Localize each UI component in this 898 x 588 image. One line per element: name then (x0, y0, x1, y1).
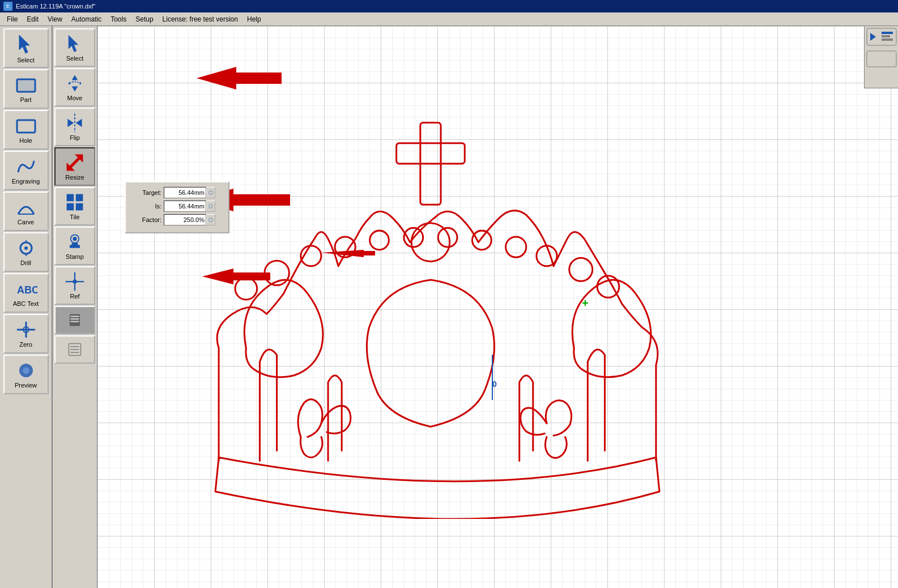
titlebar: E Estlcam 12.119A "crown.dxf" (0, 0, 898, 12)
menu-tools[interactable]: Tools (106, 14, 131, 24)
main-layout: Select Part Hole Engraving (0, 26, 898, 588)
tool-tile[interactable]: Tile (54, 187, 95, 225)
svg-marker-17 (72, 86, 78, 91)
is-input[interactable] (164, 201, 206, 212)
resize-panel: Target: ⬡ Is: ⬡ Factor: ⬡ (125, 181, 229, 233)
tool-stamp-label: Stamp (66, 253, 84, 260)
zero-icon (15, 319, 37, 340)
tile-icon (65, 192, 85, 212)
svg-point-27 (73, 237, 76, 241)
menu-license[interactable]: License: free test version (158, 14, 242, 24)
svg-point-49 (438, 228, 457, 247)
svg-rect-23 (76, 194, 83, 202)
factor-spin[interactable]: ⬡ (206, 214, 215, 225)
svg-rect-74 (867, 51, 896, 67)
app-icon: E (3, 2, 12, 11)
left-toolbar: Select Part Hole Engraving (0, 26, 52, 588)
svg-point-6 (24, 246, 28, 250)
carve-icon (15, 197, 37, 218)
list-icon (66, 341, 83, 358)
tool-flip[interactable]: Flip (54, 108, 95, 146)
text-icon: ABC (15, 279, 37, 299)
svg-rect-24 (67, 203, 74, 211)
tool-select2[interactable]: Select (54, 28, 95, 67)
tool-move-label: Move (67, 95, 83, 101)
top-right-icons: ? (865, 26, 898, 88)
crown-drawing (126, 54, 749, 519)
stamp-icon (65, 232, 85, 252)
tool-drill[interactable]: Drill (3, 232, 49, 272)
target-input[interactable] (164, 187, 206, 198)
factor-input[interactable] (164, 214, 206, 225)
target-label: Target: (130, 189, 161, 196)
ref-icon (65, 271, 85, 292)
canvas-area[interactable]: + 0 (97, 26, 898, 588)
tool-engraving-label: Engraving (12, 178, 40, 185)
tool-select[interactable]: Select (3, 28, 49, 68)
resize-icon (65, 152, 85, 173)
select2-icon (65, 33, 85, 54)
tool-move[interactable]: Move (54, 68, 95, 106)
svg-point-14 (23, 367, 29, 374)
tool-list[interactable] (54, 335, 95, 364)
tool-ref[interactable]: Ref (54, 266, 95, 305)
menubar: File Edit View Automatic Tools Setup Lic… (0, 12, 898, 26)
menu-view[interactable]: View (43, 14, 67, 24)
svg-point-51 (506, 237, 526, 257)
top-right-panel: ? (864, 26, 898, 88)
title-text: Estlcam 12.119A "crown.dxf" (16, 3, 96, 10)
svg-point-47 (370, 231, 389, 250)
menu-file[interactable]: File (2, 14, 22, 24)
engraving-icon (15, 156, 37, 177)
svg-point-52 (537, 246, 557, 266)
tool-stacked[interactable] (54, 306, 95, 334)
svg-rect-70 (882, 32, 893, 34)
tool-preview-label: Preview (15, 382, 37, 389)
svg-text:ABC: ABC (17, 284, 37, 296)
tool-select2-label: Select (66, 55, 84, 62)
svg-rect-57 (397, 143, 465, 164)
second-toolbar: Select Move Flip (52, 26, 97, 588)
tool-zero-label: Zero (19, 341, 32, 348)
tool-resize-label: Resize (65, 174, 84, 181)
svg-rect-25 (76, 203, 83, 211)
tool-part[interactable]: Part (3, 69, 49, 109)
menu-edit[interactable]: Edit (22, 14, 43, 24)
flip-icon (65, 113, 85, 133)
tool-drill-label: Drill (20, 259, 31, 266)
part-icon (15, 75, 37, 95)
menu-setup[interactable]: Setup (131, 14, 158, 24)
tool-carve[interactable]: Carve (3, 191, 49, 231)
svg-rect-3 (17, 120, 35, 133)
svg-rect-22 (67, 194, 74, 202)
drill-icon (15, 238, 37, 258)
svg-marker-21 (67, 155, 83, 171)
tool-ref-label: Ref (70, 293, 79, 300)
target-spin[interactable]: ⬡ (206, 187, 215, 198)
tool-engraving[interactable]: Engraving (3, 151, 49, 190)
svg-point-58 (411, 223, 450, 262)
cursor-position: 0 (492, 380, 497, 389)
select-icon (15, 33, 37, 56)
svg-rect-35 (71, 318, 79, 319)
factor-label: Factor: (130, 216, 161, 223)
menu-automatic[interactable]: Automatic (67, 14, 106, 24)
tool-preview[interactable]: Preview (3, 355, 49, 394)
tool-flip-label: Flip (70, 134, 80, 141)
tool-carve-label: Carve (18, 219, 34, 225)
stacked-icon (66, 312, 83, 329)
tool-resize[interactable]: Resize (54, 147, 95, 186)
menu-help[interactable]: Help (242, 14, 266, 24)
tool-tile-label: Tile (70, 214, 79, 220)
svg-rect-72 (882, 39, 893, 41)
is-label: Is: (130, 203, 161, 210)
tool-hole[interactable]: Hole (3, 110, 49, 150)
tool-stamp[interactable]: Stamp (54, 227, 95, 265)
tool-text[interactable]: ABC ABC Text (3, 273, 49, 313)
svg-point-53 (569, 258, 593, 281)
tool-zero[interactable]: Zero (3, 314, 49, 353)
move-icon (65, 73, 85, 93)
svg-marker-0 (19, 35, 29, 53)
is-spin[interactable]: ⬡ (206, 201, 215, 212)
svg-marker-15 (69, 36, 78, 52)
